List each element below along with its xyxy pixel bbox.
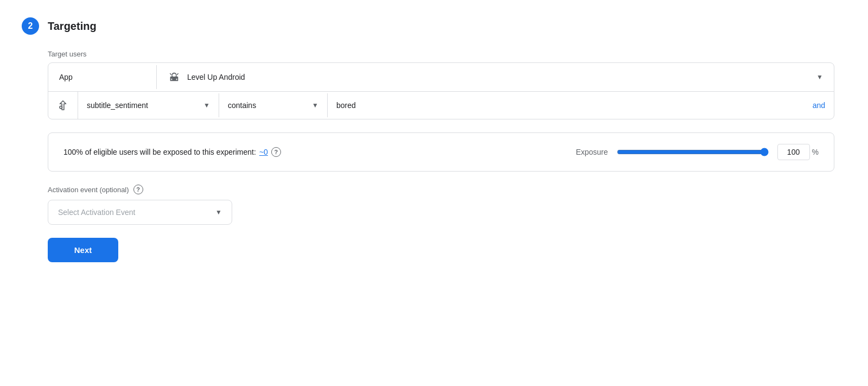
filter-icon-cell <box>48 92 78 119</box>
exposure-card: 100% of eligible users will be exposed t… <box>48 132 834 172</box>
target-users-section: Target users App <box>48 50 846 119</box>
button-row: Next <box>48 238 846 262</box>
activation-label-row: Activation event (optional) ? <box>48 185 846 194</box>
app-dropdown-arrow: ▼ <box>816 73 823 81</box>
filter-row: subtitle_sentiment ▼ contains ▼ bored an… <box>48 92 834 119</box>
step-badge: 2 <box>22 17 39 35</box>
exposure-count-link[interactable]: ~0 <box>259 148 268 156</box>
activation-section: Activation event (optional) ? Select Act… <box>48 185 846 225</box>
target-users-label: Target users <box>48 50 846 58</box>
exposure-text: 100% of eligible users will be exposed t… <box>63 147 281 157</box>
section-title: Targeting <box>48 20 97 33</box>
android-icon <box>168 71 181 84</box>
filter-operator-select[interactable]: contains ▼ <box>219 93 328 117</box>
svg-point-7 <box>60 106 62 109</box>
and-link[interactable]: and <box>813 101 825 110</box>
target-users-table: App <box>48 62 834 119</box>
activation-placeholder: Select Activation Event <box>58 208 135 217</box>
activation-dropdown[interactable]: Select Activation Event ▼ <box>48 200 232 225</box>
filter-value-cell: bored and <box>328 93 834 117</box>
next-button[interactable]: Next <box>48 238 118 262</box>
percent-label: % <box>812 148 819 156</box>
activation-label: Activation event (optional) <box>48 186 129 194</box>
filter-operator-value: contains <box>228 101 256 110</box>
app-row: App <box>48 63 834 92</box>
filter-property-select[interactable]: subtitle_sentiment ▼ <box>78 93 219 117</box>
app-value-cell[interactable]: Level Up Android ▼ <box>157 63 834 91</box>
filter-property-arrow: ▼ <box>203 102 210 109</box>
exposure-controls: Exposure % <box>576 144 819 160</box>
exposure-slider[interactable] <box>617 148 769 156</box>
filter-value-text: bored <box>336 101 356 110</box>
activation-dropdown-arrow: ▼ <box>215 208 222 216</box>
exposure-number-input[interactable] <box>777 144 810 160</box>
exposure-help-icon[interactable]: ? <box>271 147 281 157</box>
app-name: Level Up Android <box>187 73 245 81</box>
svg-point-2 <box>175 74 176 75</box>
svg-rect-5 <box>171 79 173 80</box>
exposure-description: 100% of eligible users will be exposed t… <box>63 148 256 156</box>
svg-rect-6 <box>176 79 177 80</box>
svg-line-4 <box>177 74 178 75</box>
activation-help-icon[interactable]: ? <box>133 185 143 194</box>
svg-line-3 <box>170 74 171 75</box>
exposure-label: Exposure <box>576 148 608 156</box>
exposure-input-box: % <box>777 144 819 160</box>
app-column-label: App <box>48 65 157 89</box>
svg-point-1 <box>172 74 173 75</box>
filter-operator-arrow: ▼ <box>312 102 318 109</box>
filter-property-value: subtitle_sentiment <box>87 101 148 110</box>
